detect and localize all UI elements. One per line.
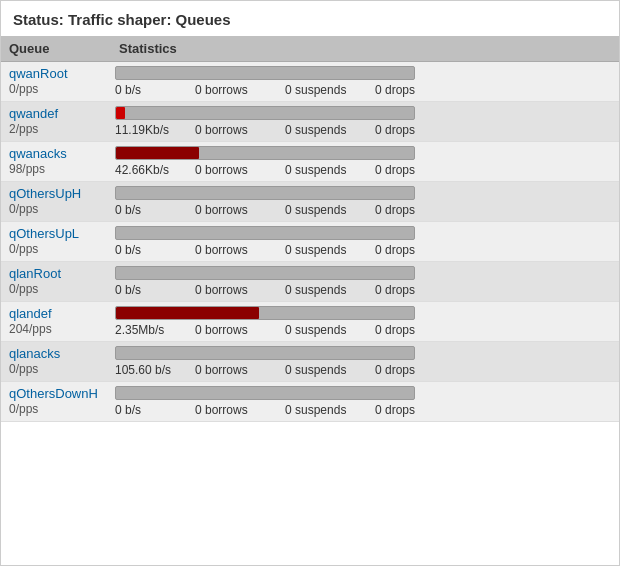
stat-drops: 0 drops bbox=[375, 363, 465, 377]
stat-suspends: 0 suspends bbox=[285, 323, 375, 337]
queue-name-link[interactable]: qlandef bbox=[9, 306, 52, 321]
page-title: Status: Traffic shaper: Queues bbox=[1, 1, 619, 36]
stat-suspends: 0 suspends bbox=[285, 403, 375, 417]
table-row: qwandef2/pps11.19Kb/s0 borrows0 suspends… bbox=[1, 102, 619, 142]
bandwidth-bar-fill bbox=[116, 107, 125, 119]
stat-drops: 0 drops bbox=[375, 323, 465, 337]
queue-pps: 0/pps bbox=[9, 402, 40, 416]
stat-borrows: 0 borrows bbox=[195, 123, 285, 137]
queue-pps: 0/pps bbox=[9, 202, 40, 216]
stat-borrows: 0 borrows bbox=[195, 163, 285, 177]
stat-drops: 0 drops bbox=[375, 283, 465, 297]
stat-borrows: 0 borrows bbox=[195, 323, 285, 337]
queue-name-link[interactable]: qwanRoot bbox=[9, 66, 68, 81]
stat-borrows: 0 borrows bbox=[195, 363, 285, 377]
stat-bandwidth: 11.19Kb/s bbox=[115, 123, 195, 137]
stat-bandwidth: 42.66Kb/s bbox=[115, 163, 195, 177]
queue-pps: 2/pps bbox=[9, 122, 40, 136]
stat-borrows: 0 borrows bbox=[195, 203, 285, 217]
bandwidth-bar-track bbox=[115, 386, 415, 400]
table-row: qlanRoot0/pps0 b/s0 borrows0 suspends0 d… bbox=[1, 262, 619, 302]
table-row: qwanacks98/pps42.66Kb/s0 borrows0 suspen… bbox=[1, 142, 619, 182]
stat-suspends: 0 suspends bbox=[285, 83, 375, 97]
bandwidth-bar-fill bbox=[116, 147, 199, 159]
table-row: qOthersDownH0/pps0 b/s0 borrows0 suspend… bbox=[1, 382, 619, 422]
bandwidth-bar-track bbox=[115, 186, 415, 200]
stat-borrows: 0 borrows bbox=[195, 403, 285, 417]
queue-name-link[interactable]: qlanacks bbox=[9, 346, 60, 361]
stat-bandwidth: 0 b/s bbox=[115, 203, 195, 217]
stat-drops: 0 drops bbox=[375, 203, 465, 217]
stat-suspends: 0 suspends bbox=[285, 163, 375, 177]
stat-bandwidth: 0 b/s bbox=[115, 283, 195, 297]
table-row: qwanRoot0/pps0 b/s0 borrows0 suspends0 d… bbox=[1, 62, 619, 102]
queue-pps: 0/pps bbox=[9, 82, 40, 96]
stat-drops: 0 drops bbox=[375, 243, 465, 257]
stat-bandwidth: 0 b/s bbox=[115, 243, 195, 257]
queue-name-link[interactable]: qwanacks bbox=[9, 146, 67, 161]
table-row: qOthersUpH0/pps0 b/s0 borrows0 suspends0… bbox=[1, 182, 619, 222]
table-row: qlandef204/pps2.35Mb/s0 borrows0 suspend… bbox=[1, 302, 619, 342]
queue-name-link[interactable]: qlanRoot bbox=[9, 266, 61, 281]
stat-borrows: 0 borrows bbox=[195, 283, 285, 297]
col-header-queue: Queue bbox=[1, 36, 111, 62]
stat-suspends: 0 suspends bbox=[285, 203, 375, 217]
queue-pps: 98/pps bbox=[9, 162, 47, 176]
table-row: qlanacks0/pps105.60 b/s0 borrows0 suspen… bbox=[1, 342, 619, 382]
queue-pps: 0/pps bbox=[9, 242, 40, 256]
bandwidth-bar-track bbox=[115, 226, 415, 240]
bandwidth-bar-fill bbox=[116, 307, 259, 319]
queue-name-link[interactable]: qOthersDownH bbox=[9, 386, 98, 401]
stat-bandwidth: 2.35Mb/s bbox=[115, 323, 195, 337]
bandwidth-bar-track bbox=[115, 346, 415, 360]
stat-suspends: 0 suspends bbox=[285, 243, 375, 257]
stat-borrows: 0 borrows bbox=[195, 243, 285, 257]
queue-pps: 0/pps bbox=[9, 282, 40, 296]
stat-borrows: 0 borrows bbox=[195, 83, 285, 97]
col-header-statistics: Statistics bbox=[111, 36, 619, 62]
stat-drops: 0 drops bbox=[375, 123, 465, 137]
stat-bandwidth: 0 b/s bbox=[115, 83, 195, 97]
stat-drops: 0 drops bbox=[375, 83, 465, 97]
stat-suspends: 0 suspends bbox=[285, 363, 375, 377]
bandwidth-bar-track bbox=[115, 266, 415, 280]
stat-drops: 0 drops bbox=[375, 403, 465, 417]
queue-pps: 204/pps bbox=[9, 322, 54, 336]
queue-name-link[interactable]: qOthersUpH bbox=[9, 186, 81, 201]
page-wrapper: Status: Traffic shaper: Queues Queue Sta… bbox=[0, 0, 620, 566]
stat-suspends: 0 suspends bbox=[285, 123, 375, 137]
queue-name-link[interactable]: qwandef bbox=[9, 106, 58, 121]
table-row: qOthersUpL0/pps0 b/s0 borrows0 suspends0… bbox=[1, 222, 619, 262]
stat-bandwidth: 0 b/s bbox=[115, 403, 195, 417]
stat-bandwidth: 105.60 b/s bbox=[115, 363, 195, 377]
stat-drops: 0 drops bbox=[375, 163, 465, 177]
bandwidth-bar-track bbox=[115, 306, 415, 320]
queue-pps: 0/pps bbox=[9, 362, 40, 376]
bandwidth-bar-track bbox=[115, 146, 415, 160]
bandwidth-bar-track bbox=[115, 106, 415, 120]
stat-suspends: 0 suspends bbox=[285, 283, 375, 297]
queues-table: Queue Statistics qwanRoot0/pps0 b/s0 bor… bbox=[1, 36, 619, 422]
queue-name-link[interactable]: qOthersUpL bbox=[9, 226, 79, 241]
bandwidth-bar-track bbox=[115, 66, 415, 80]
